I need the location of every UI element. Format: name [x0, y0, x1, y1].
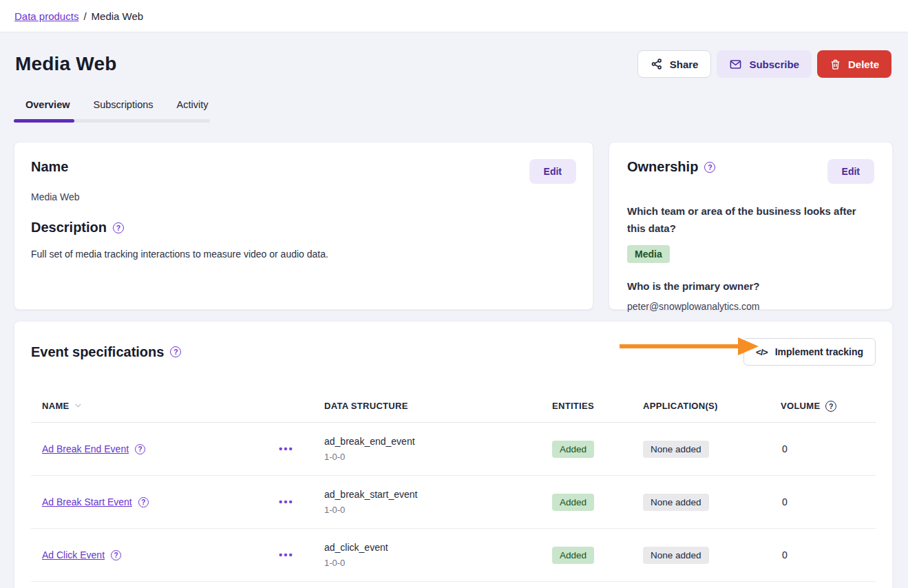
event-spec-link[interactable]: Ad Break End Event — [42, 443, 129, 454]
data-structure-version: 1-0-0 — [324, 452, 552, 462]
row-actions-menu-button[interactable]: ••• — [279, 496, 294, 507]
subscribe-button[interactable]: Subscribe — [717, 50, 812, 78]
applications-badge: None added — [643, 441, 709, 458]
table-row: Ad Break End Event ? ••• ad_break_end_ev… — [31, 423, 876, 476]
subscribe-button-label: Subscribe — [749, 59, 799, 70]
event-spec-help-icon[interactable]: ? — [111, 550, 121, 560]
row-actions-menu-button[interactable]: ••• — [279, 549, 294, 560]
share-icon — [651, 58, 663, 70]
event-spec-link[interactable]: Ad Click Event — [42, 549, 105, 560]
ownership-help-icon[interactable]: ? — [704, 162, 715, 173]
name-value: Media Web — [31, 191, 576, 202]
event-spec-help-icon[interactable]: ? — [135, 444, 145, 454]
volume-help-icon[interactable]: ? — [825, 401, 836, 412]
breadcrumb-current: Media Web — [92, 10, 144, 22]
owner-email: peter@snowplowanalytics.com — [627, 301, 874, 312]
trash-icon — [830, 59, 841, 70]
top-bar: Data products / Media Web — [0, 0, 908, 32]
event-specifications-help-icon[interactable]: ? — [170, 346, 181, 357]
description-help-icon[interactable]: ? — [113, 222, 124, 233]
main-content: Media Web Share Subscribe — [0, 50, 908, 588]
tab-bar: Overview Subscriptions Activity — [14, 96, 210, 123]
implement-tracking-button[interactable]: </> Implement tracking — [743, 338, 876, 366]
ownership-card: Ownership ? Edit Which team or area of t… — [609, 142, 893, 310]
volume-value: 0 — [781, 496, 876, 507]
name-card: Name Edit Media Web Description ? Full s… — [14, 142, 593, 310]
page-title: Media Web — [15, 53, 117, 75]
breadcrumb-link-data-products[interactable]: Data products — [14, 10, 78, 22]
event-spec-help-icon[interactable]: ? — [138, 497, 149, 507]
name-card-title: Name — [31, 159, 68, 175]
volume-value: 0 — [781, 443, 876, 454]
column-header-applications: APPLICATION(S) — [643, 401, 781, 411]
team-question: Which team or area of the business looks… — [627, 202, 874, 237]
entities-badge: Added — [552, 494, 594, 511]
code-icon: </> — [756, 347, 768, 357]
applications-badge: None added — [643, 547, 709, 564]
envelope-icon — [729, 58, 742, 71]
event-specifications-card: Event specifications ? </> Implement tra… — [14, 321, 893, 588]
share-button[interactable]: Share — [637, 50, 712, 78]
tab-subscriptions[interactable]: Subscriptions — [82, 96, 165, 114]
active-tab-indicator — [14, 119, 74, 123]
column-header-volume: VOLUME ? — [781, 401, 876, 412]
column-header-data-structure: DATA STRUCTURE — [324, 401, 552, 411]
event-spec-table-body: Ad Break End Event ? ••• ad_break_end_ev… — [31, 423, 876, 582]
description-text: Full set of media tracking interactions … — [31, 249, 576, 260]
data-structure-version: 1-0-0 — [324, 558, 552, 568]
data-structure-name: ad_break_start_event — [324, 489, 552, 500]
table-row: Ad Break Start Event ? ••• ad_break_star… — [31, 476, 876, 529]
event-spec-table: NAME DATA STRUCTURE ENTITIES APPLICATION… — [31, 390, 876, 582]
entities-badge: Added — [552, 441, 594, 458]
tab-track — [14, 119, 210, 123]
delete-button[interactable]: Delete — [817, 50, 891, 78]
tab-activity[interactable]: Activity — [165, 96, 220, 114]
chevron-down-icon[interactable] — [73, 400, 83, 412]
volume-value: 0 — [781, 549, 876, 560]
share-button-label: Share — [670, 59, 699, 70]
column-header-name[interactable]: NAME — [31, 400, 269, 412]
event-spec-table-header: NAME DATA STRUCTURE ENTITIES APPLICATION… — [31, 390, 876, 423]
ownership-edit-button[interactable]: Edit — [827, 159, 874, 184]
breadcrumb-separator: / — [83, 10, 86, 22]
ownership-card-title: Ownership ? — [627, 159, 715, 175]
team-badge: Media — [627, 245, 670, 263]
row-actions-menu-button[interactable]: ••• — [279, 443, 294, 454]
entities-badge: Added — [552, 547, 594, 564]
event-spec-link[interactable]: Ad Break Start Event — [42, 496, 132, 507]
table-row: Ad Click Event ? ••• ad_click_event 1-0-… — [31, 529, 876, 582]
description-title: Description ? — [31, 220, 576, 235]
delete-button-label: Delete — [848, 59, 879, 70]
applications-badge: None added — [643, 494, 709, 511]
column-header-entities: ENTITIES — [552, 401, 643, 411]
data-structure-version: 1-0-0 — [324, 505, 552, 515]
data-structure-name: ad_click_event — [324, 542, 552, 553]
breadcrumb: Data products / Media Web — [14, 10, 143, 22]
tab-overview[interactable]: Overview — [14, 96, 82, 114]
name-edit-button[interactable]: Edit — [529, 159, 576, 184]
data-structure-name: ad_break_end_event — [324, 436, 552, 447]
header-actions: Share Subscribe — [637, 50, 891, 78]
owner-question: Who is the primary owner? — [627, 280, 874, 292]
event-specifications-title: Event specifications ? — [31, 344, 181, 360]
implement-tracking-label: Implement tracking — [775, 346, 863, 357]
